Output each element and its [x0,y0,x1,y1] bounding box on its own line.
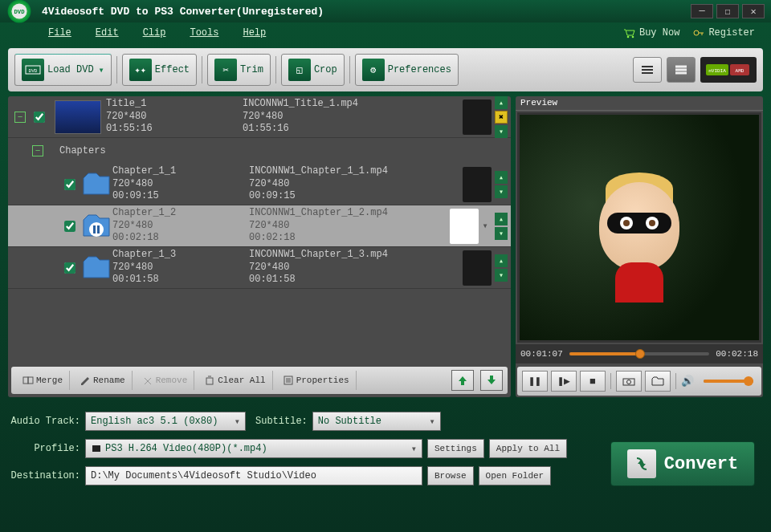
svg-text:DVD: DVD [29,68,38,74]
menu-file[interactable]: File [48,27,71,39]
thumbnail-view-button[interactable] [667,57,696,83]
svg-rect-15 [23,377,28,384]
svg-text:nVIDIA: nVIDIA [708,68,726,74]
status-up-icon[interactable]: ▴ [495,254,508,267]
volume-slider[interactable] [704,380,753,383]
svg-rect-17 [206,378,213,384]
profile-label: Profile: [8,443,80,454]
format-dropdown[interactable]: ▾ [479,209,492,244]
title-thumbnail [55,100,101,134]
chapter-checkbox[interactable] [64,221,75,232]
title-checkbox[interactable] [34,112,45,123]
menu-tools[interactable]: Tools [190,27,218,39]
output-format-icon[interactable] [450,209,479,244]
output-format-icon[interactable] [463,250,492,286]
chapters-header: − Chapters [8,138,511,164]
buy-now-link[interactable]: Buy Now [623,27,679,39]
effect-button[interactable]: ✦✦ Effect [122,54,197,86]
open-snapshot-folder-button[interactable] [645,371,671,392]
register-link[interactable]: Register [692,27,755,39]
move-up-button[interactable] [451,370,474,391]
status-up-icon[interactable]: ▴ [495,96,508,109]
status-down-icon[interactable]: ▾ [495,227,508,240]
chapter-checkbox[interactable] [64,179,75,190]
remove-button[interactable]: Remove [136,371,195,390]
load-dvd-button[interactable]: DVD Load DVD▾ [14,54,112,86]
crop-icon: ◱ [288,59,311,81]
chapter-checkbox[interactable] [64,262,75,274]
properties-button[interactable]: Properties [276,371,357,390]
status-down-icon[interactable]: ▾ [495,125,508,138]
profile-combo[interactable]: PS3 H.264 Video(480P)(*.mp4)▾ [85,439,422,458]
main-toolbar: DVD Load DVD▾ ✦✦ Effect ✂ Trim ◱ Crop ⚙ … [8,48,763,91]
output-format-icon[interactable] [463,167,492,202]
volume-icon[interactable]: 🔊 [681,375,694,388]
svg-rect-16 [28,377,33,384]
output-format-icon[interactable] [463,99,492,135]
settings-button[interactable]: Settings [427,439,484,458]
subtitle-combo[interactable]: No Subtitle▾ [312,412,441,431]
cart-icon [623,27,636,39]
current-time: 00:01:07 [520,349,563,359]
chapter-icon [80,170,112,199]
apply-to-all-button[interactable]: Apply to All [489,439,567,458]
destination-label: Destination: [8,470,80,481]
svg-point-3 [627,36,630,39]
open-folder-button[interactable]: Open Folder [479,466,552,485]
chapter-row[interactable]: Chapter_1_2720*48000:02:18 INCONNW1_Chap… [8,205,511,247]
clear-all-button[interactable]: Clear All [198,371,272,390]
svg-rect-13 [93,225,96,234]
dvd-icon: DVD [22,59,44,81]
maximize-button[interactable]: ☐ [716,4,739,18]
menu-help[interactable]: Help [243,27,266,39]
trim-button[interactable]: ✂ Trim [207,54,271,86]
pause-button[interactable]: ❚❚ [522,371,548,392]
svg-rect-14 [97,225,100,234]
preview-video[interactable] [517,112,761,343]
close-button[interactable]: ✕ [742,4,765,18]
list-view-button[interactable] [633,57,662,83]
step-button[interactable]: ❚▶ [551,371,577,392]
title-row[interactable]: − Title_1 720*480 01:55:16 INCONNW1_Titl… [8,96,511,138]
seek-slider[interactable] [569,352,709,355]
menu-edit[interactable]: Edit [96,27,119,39]
audio-track-combo[interactable]: English ac3 5.1 (0x80)▾ [85,412,246,431]
effect-icon: ✦✦ [129,59,152,81]
preferences-button[interactable]: ⚙ Preferences [355,54,459,86]
destination-input[interactable]: D:\My Documents\4Videosoft Studio\Video [85,466,422,485]
svg-point-5 [694,30,699,35]
stop-button[interactable]: ■ [580,371,606,392]
file-list: − Title_1 720*480 01:55:16 INCONNW1_Titl… [8,96,511,397]
browse-button[interactable]: Browse [427,466,474,485]
snapshot-button[interactable] [616,371,642,392]
rename-button[interactable]: Rename [73,371,133,390]
audio-track-label: Audio Track: [8,416,80,427]
preview-panel: Preview 00:01:07 [516,96,763,397]
chapters-collapse-toggle[interactable]: − [32,145,43,156]
status-down-icon[interactable]: ▾ [495,185,508,198]
crop-button[interactable]: ◱ Crop [281,54,345,86]
subtitle-label: Subtitle: [255,416,308,427]
app-logo-icon: DVD [6,0,32,24]
chapter-row[interactable]: Chapter_1_3720*48000:01:58 INCONNW1_Chap… [8,247,511,289]
list-toolbar: Merge Rename Remove Clear All Properties [11,367,508,394]
status-warn-icon[interactable]: ✖ [495,111,508,124]
scissors-icon: ✂ [214,59,237,81]
svg-rect-21 [92,445,100,452]
minimize-button[interactable]: — [691,4,713,18]
chapter-row[interactable]: Chapter_1_1720*48000:09:15 INCONNW1_Chap… [8,164,511,205]
status-up-icon[interactable]: ▴ [495,171,508,184]
status-up-icon[interactable]: ▴ [495,213,508,225]
total-time: 00:02:18 [716,349,758,359]
merge-button[interactable]: Merge [16,371,70,390]
svg-text:DVD: DVD [14,9,26,15]
svg-text:AMD: AMD [736,68,744,74]
convert-icon [627,449,656,478]
convert-button[interactable]: Convert [610,441,755,486]
move-down-button[interactable] [480,370,503,391]
collapse-toggle[interactable]: − [14,112,26,123]
preview-label: Preview [520,98,557,108]
svg-point-4 [632,36,634,39]
menu-clip[interactable]: Clip [143,27,166,39]
status-down-icon[interactable]: ▾ [495,269,508,282]
